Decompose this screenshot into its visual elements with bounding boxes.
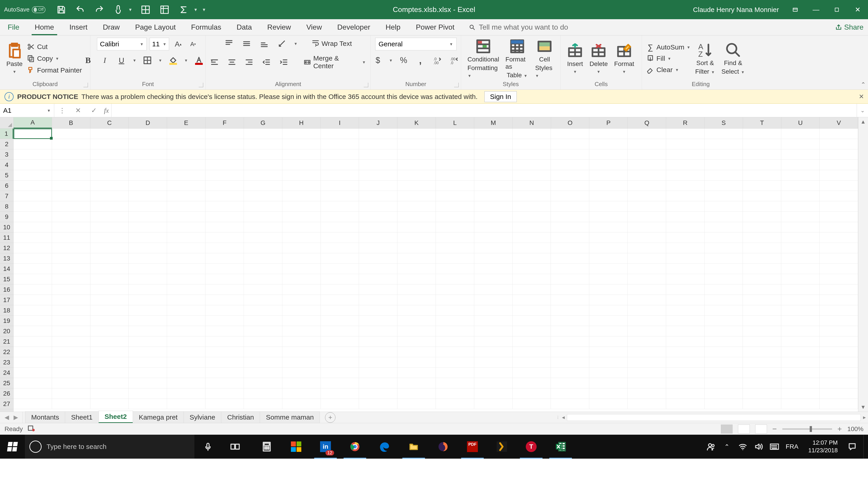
file-explorer-icon[interactable] (400, 435, 427, 459)
start-button[interactable] (0, 442, 25, 451)
scroll-up-icon[interactable]: ▲ (858, 117, 868, 126)
row-header-1[interactable]: 1 (0, 129, 13, 139)
vertical-scrollbar[interactable]: ▲ ▼ (858, 117, 868, 412)
increase-decimal-icon[interactable]: .0.00 (431, 55, 443, 66)
paste-button[interactable]: Paste ▾ (3, 43, 26, 74)
copy-button[interactable]: Copy ▾ (26, 54, 83, 63)
col-header-A[interactable]: A (13, 117, 52, 128)
calculator-app-icon[interactable] (253, 435, 280, 459)
firefox-app-icon[interactable] (430, 435, 457, 459)
tab-formulas[interactable]: Formulas (183, 19, 229, 35)
row-header-14[interactable]: 14 (0, 264, 13, 274)
col-header-C[interactable]: C (90, 117, 129, 128)
sheet-nav-prev-icon[interactable]: ◀ (4, 414, 9, 421)
align-middle-icon[interactable] (241, 38, 252, 50)
col-header-L[interactable]: L (436, 117, 474, 128)
tab-draw[interactable]: Draw (95, 19, 127, 35)
col-header-T[interactable]: T (743, 117, 781, 128)
save-icon[interactable] (56, 5, 66, 15)
row-header-3[interactable]: 3 (0, 149, 13, 160)
col-header-M[interactable]: M (474, 117, 513, 128)
cells[interactable] (13, 129, 858, 412)
find-select-button[interactable]: Find & Select ▾ (718, 42, 748, 75)
row-header-21[interactable]: 21 (0, 336, 13, 347)
sheet-tab-sheet1[interactable]: Sheet1 (65, 412, 98, 423)
tray-clock[interactable]: 12:07 PM 11/23/2018 (805, 439, 841, 454)
col-header-I[interactable]: I (321, 117, 359, 128)
zoom-out-icon[interactable]: − (772, 424, 777, 433)
close-button[interactable]: ✕ (848, 0, 867, 19)
store-app-icon[interactable] (283, 435, 310, 459)
ribbon-display-options-icon[interactable] (786, 0, 804, 19)
wrap-text-button[interactable]: Wrap Text (310, 39, 353, 48)
tab-review[interactable]: Review (259, 19, 299, 35)
row-header-7[interactable]: 7 (0, 191, 13, 201)
row-header-16[interactable]: 16 (0, 285, 13, 295)
autosave-toggle[interactable]: AutoSave Off (0, 6, 50, 13)
action-center-icon[interactable] (848, 442, 857, 451)
row-header-13[interactable]: 13 (0, 253, 13, 264)
row-header-18[interactable]: 18 (0, 305, 13, 316)
paste-dropdown[interactable]: ▾ (12, 69, 17, 74)
row-header-8[interactable]: 8 (0, 201, 13, 212)
conditional-formatting-button[interactable]: Conditional Formatting ▾ (464, 38, 502, 79)
share-button[interactable]: Share (835, 19, 864, 35)
taskbar-search[interactable]: Type here to search (25, 435, 194, 459)
notice-close-icon[interactable]: ✕ (859, 93, 864, 100)
orientation-icon[interactable] (276, 38, 288, 50)
borders-dropdown[interactable]: ▾ (158, 58, 162, 63)
insert-cells-button[interactable]: Insert▾ (564, 43, 586, 74)
expand-formula-bar-icon[interactable]: ⌄ (857, 104, 868, 117)
linkedin-app-icon[interactable]: in12 (312, 435, 339, 459)
macro-record-icon[interactable] (27, 424, 35, 433)
row-header-10[interactable]: 10 (0, 222, 13, 232)
row-header-4[interactable]: 4 (0, 160, 13, 170)
horizontal-scrollbar[interactable]: ⋮ ◀ ▶ (336, 412, 868, 423)
borders-qat-icon[interactable] (141, 5, 151, 15)
orientation-dropdown[interactable]: ▾ (293, 41, 298, 46)
col-header-R[interactable]: R (666, 117, 705, 128)
scroll-down-icon[interactable]: ▼ (858, 402, 868, 412)
cell-styles-button[interactable]: Cell Styles ▾ (532, 38, 557, 79)
row-header-12[interactable]: 12 (0, 243, 13, 253)
italic-button[interactable]: I (99, 55, 111, 66)
row-header-17[interactable]: 17 (0, 295, 13, 305)
comma-format-icon[interactable]: , (414, 55, 426, 66)
grid[interactable]: ABCDEFGHIJKLMNOPQRSTUV 12345678910111213… (0, 117, 858, 412)
zoom-in-icon[interactable]: + (837, 424, 842, 433)
qat-dropdown-2[interactable]: ▾ (194, 7, 197, 13)
row-header-25[interactable]: 25 (0, 378, 13, 388)
tab-view[interactable]: View (299, 19, 330, 35)
col-header-P[interactable]: P (589, 117, 628, 128)
col-header-O[interactable]: O (551, 117, 590, 128)
tell-me-search[interactable]: Tell me what you want to do (462, 19, 568, 35)
align-bottom-icon[interactable] (258, 38, 270, 50)
freeze-panes-icon[interactable] (160, 5, 169, 15)
bold-button[interactable]: B (82, 55, 94, 66)
zoom-slider[interactable] (782, 428, 832, 430)
row-header-26[interactable]: 26 (0, 388, 13, 399)
col-header-E[interactable]: E (167, 117, 206, 128)
row-header-2[interactable]: 2 (0, 139, 13, 149)
show-desktop-button[interactable] (864, 435, 867, 459)
row-header-22[interactable]: 22 (0, 347, 13, 357)
align-right-icon[interactable] (243, 56, 255, 68)
col-header-D[interactable]: D (129, 117, 167, 128)
pdf-app-icon[interactable]: PDF (459, 435, 486, 459)
tab-file[interactable]: File (0, 19, 27, 35)
col-header-K[interactable]: K (397, 117, 436, 128)
row-header-11[interactable]: 11 (0, 232, 13, 243)
row-header-6[interactable]: 6 (0, 181, 13, 191)
row-header-9[interactable]: 9 (0, 212, 13, 222)
alignment-dialog-launcher[interactable] (364, 83, 368, 87)
autosum-dropdown[interactable]: ▾ (686, 44, 690, 50)
autosum-qat-icon[interactable] (179, 5, 188, 15)
col-header-N[interactable]: N (513, 117, 551, 128)
hscroll-right-icon[interactable]: ▶ (863, 415, 866, 420)
sheet-nav-next-icon[interactable]: ▶ (13, 414, 18, 421)
qat-customize-icon[interactable]: ▾ (203, 7, 205, 13)
decrease-decimal-icon[interactable]: .00.0 (448, 55, 460, 66)
view-page-layout-icon[interactable] (738, 424, 750, 433)
sign-in-button[interactable]: Sign In (485, 91, 517, 102)
plex-app-icon[interactable] (488, 435, 515, 459)
